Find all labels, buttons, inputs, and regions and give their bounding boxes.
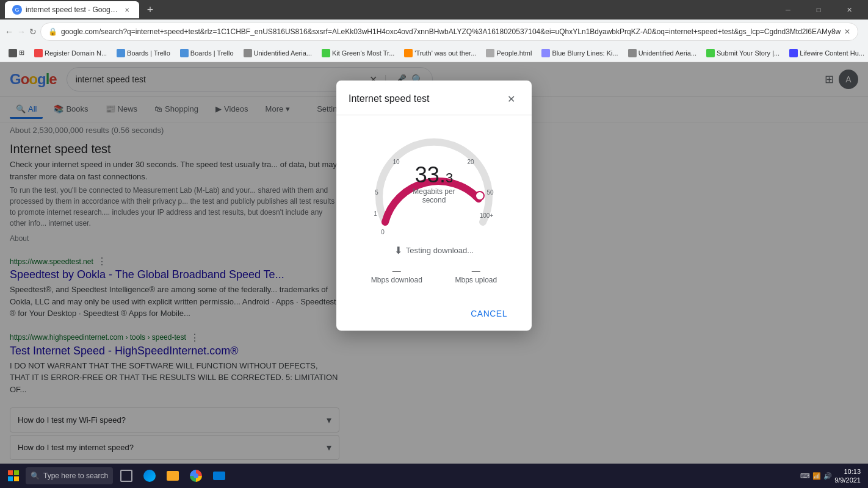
speed-number: 33.3 <box>400 164 468 186</box>
file-explorer-icon[interactable] <box>162 465 184 487</box>
page-content: Google internet speed test ✕ | 🎤 🔍 ⊞ A 🔍… <box>0 62 868 488</box>
bookmark-6[interactable]: People.html <box>482 48 535 59</box>
testing-label: ⬇ Testing download... <box>394 245 474 256</box>
svg-rect-11 <box>14 476 19 481</box>
close-button[interactable]: ✕ <box>835 0 863 20</box>
taskbar: 🔍 Type here to search ⌨ 📶 🔊 10:13 9 <box>0 464 868 488</box>
start-button[interactable] <box>2 465 24 487</box>
bookmark-4[interactable]: Kit Green's Most Tr... <box>318 48 398 59</box>
bookmarks-bar: ⊞ Register Domain N... Boards | Trello B… <box>0 44 868 62</box>
edge-browser-icon[interactable] <box>139 465 161 487</box>
speed-unit: Megabits per second <box>400 187 468 204</box>
bookmark-0[interactable]: Register Domain N... <box>31 48 110 59</box>
taskbar-search-icon: 🔍 <box>31 472 40 480</box>
svg-text:1: 1 <box>374 210 377 217</box>
url-text: google.com/search?q=internet+speed+test&… <box>61 27 841 36</box>
svg-text:100+: 100+ <box>480 212 494 219</box>
browser-tab[interactable]: G internet speed test - Google Sea... ✕ <box>5 1 139 18</box>
modal-footer: CANCEL <box>336 296 532 331</box>
bookmarks-label[interactable]: ⊞ <box>5 48 28 59</box>
taskbar-search-text: Type here to search <box>43 472 108 480</box>
svg-text:20: 20 <box>467 159 474 165</box>
upload-stat: — Mbps upload <box>455 266 497 284</box>
download-label: Mbps download <box>371 276 422 284</box>
upload-value: — <box>455 266 497 276</box>
back-button[interactable]: ← <box>5 23 13 40</box>
modal-header: Internet speed test ✕ <box>336 81 532 115</box>
browser-chrome: G internet speed test - Google Sea... ✕ … <box>0 0 868 62</box>
svg-point-0 <box>476 192 484 200</box>
lock-icon: 🔒 <box>48 27 57 36</box>
maximize-button[interactable]: □ <box>805 0 833 20</box>
tab-favicon: G <box>12 5 22 15</box>
reload-button[interactable]: ↻ <box>29 23 37 40</box>
modal-overlay: Internet speed test ✕ <box>0 62 868 488</box>
taskbar-search[interactable]: 🔍 Type here to search <box>26 467 113 484</box>
address-bar: ← → ↻ 🔒 google.com/search?q=internet+spe… <box>0 20 868 44</box>
window-controls: ─ □ ✕ <box>774 0 863 20</box>
speed-stats: — Mbps download — Mbps upload <box>349 266 519 284</box>
url-clear-icon[interactable]: ✕ <box>844 27 850 36</box>
cancel-button[interactable]: CANCEL <box>458 304 519 323</box>
taskbar-clock[interactable]: 10:13 9/9/2021 <box>834 467 861 485</box>
tab-close-button[interactable]: ✕ <box>122 5 132 15</box>
svg-text:10: 10 <box>392 159 400 165</box>
bookmark-3[interactable]: Unidentified Aeria... <box>240 48 316 59</box>
bookmark-10[interactable]: Lifewire Content Hu... <box>786 48 868 59</box>
speaker-icon[interactable]: 🔊 <box>823 472 832 480</box>
taskbar-right: ⌨ 📶 🔊 10:13 9/9/2021 <box>800 467 866 485</box>
browser-actions: ⚙ 👤 ⋮ <box>862 23 868 40</box>
svg-text:0: 0 <box>381 229 385 235</box>
close-icon: ✕ <box>507 93 515 105</box>
bookmark-5[interactable]: 'Truth' was out ther... <box>400 48 480 59</box>
title-bar: G internet speed test - Google Sea... ✕ … <box>0 0 868 20</box>
tab-title: internet speed test - Google Sea... <box>26 5 118 14</box>
upload-label: Mbps upload <box>455 276 497 284</box>
bookmark-1[interactable]: Boards | Trello <box>113 48 174 59</box>
new-tab-button[interactable]: + <box>142 1 159 18</box>
forward-button[interactable]: → <box>17 23 26 40</box>
modal-body: 0 1 5 10 20 50 100+ 33.3 Megabits per se <box>336 115 532 296</box>
bookmark-7[interactable]: Blue Blurry Lines: Ki... <box>538 48 621 59</box>
modal-close-button[interactable]: ✕ <box>502 90 519 107</box>
svg-text:5: 5 <box>375 189 378 196</box>
mail-icon[interactable] <box>208 465 230 487</box>
keyboard-icon[interactable]: ⌨ <box>800 472 810 480</box>
bookmark-9[interactable]: Submit Your Story |... <box>703 48 783 59</box>
download-value: — <box>371 266 422 276</box>
taskbar-icons <box>115 465 230 487</box>
svg-rect-8 <box>8 470 13 475</box>
system-tray: ⌨ 📶 🔊 <box>800 472 832 480</box>
chrome-icon[interactable] <box>185 465 207 487</box>
speedometer: 0 1 5 10 20 50 100+ 33.3 Megabits per se <box>367 127 501 237</box>
bookmark-8[interactable]: Unidentified Aeria... <box>624 48 700 59</box>
bookmark-2[interactable]: Boards | Trello <box>176 48 237 59</box>
svg-text:50: 50 <box>486 189 494 196</box>
speed-test-modal: Internet speed test ✕ <box>336 81 532 331</box>
download-stat: — Mbps download <box>371 266 422 284</box>
speed-display: 33.3 Megabits per second <box>400 164 468 204</box>
svg-rect-10 <box>8 476 13 481</box>
svg-rect-9 <box>14 470 19 475</box>
download-arrow-icon: ⬇ <box>394 245 402 256</box>
minimize-button[interactable]: ─ <box>774 0 802 20</box>
network-icon[interactable]: 📶 <box>812 472 821 480</box>
task-view-button[interactable] <box>115 465 137 487</box>
extensions-button[interactable]: ⚙ <box>862 23 868 40</box>
modal-title: Internet speed test <box>349 93 430 104</box>
url-bar[interactable]: 🔒 google.com/search?q=internet+speed+tes… <box>40 23 858 41</box>
